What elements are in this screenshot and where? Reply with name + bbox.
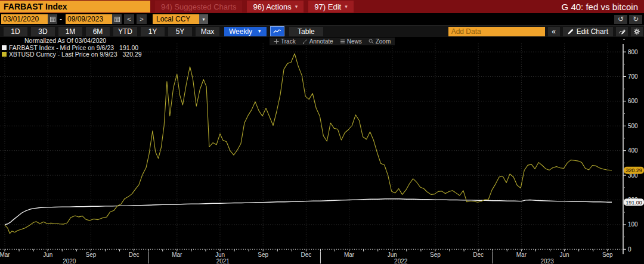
svg-text:2021: 2021	[216, 258, 230, 264]
legend-value: 320.29	[123, 51, 142, 58]
news-list-icon	[340, 39, 345, 44]
chart-area: Normalized As Of 03/04/2020 FARBAST Inde…	[0, 37, 644, 264]
chart-canvas[interactable]: MarJunSepDecMarJunSepDecMarJunSepDecMarJ…	[0, 37, 644, 264]
svg-text:Mar: Mar	[172, 251, 182, 258]
undo-button[interactable]: ↺	[614, 15, 627, 24]
svg-text:320.29: 320.29	[626, 167, 642, 173]
settings-button[interactable]	[631, 27, 643, 36]
chart-pencil-icon	[618, 28, 626, 35]
date-from-field	[1, 14, 57, 24]
date-row: - < > Local CCY ▾ ↺ ↻	[0, 13, 644, 25]
svg-text:2022: 2022	[394, 258, 408, 264]
chart-tool-label: Annotate	[309, 38, 333, 45]
toolbar-right-group: « Edit Chart	[448, 27, 644, 36]
svg-text:2023: 2023	[541, 258, 555, 264]
period-select[interactable]: Weekly ▼	[224, 27, 267, 36]
chart-title: G 40: fed vs bitcoin	[562, 2, 644, 12]
svg-text:600: 600	[628, 98, 638, 104]
legend-label: XBTUSD Curncy - Last Price on 9/9/23	[9, 51, 117, 58]
svg-text:Sep: Sep	[258, 251, 268, 258]
menu-suggested-charts[interactable]: 94) Suggested Charts	[155, 1, 242, 13]
chart-tool-annotate[interactable]: Annotate	[302, 38, 333, 45]
menu-actions-label: 96) Actions	[253, 2, 291, 11]
chevron-down-icon: ▼	[257, 27, 262, 36]
prev-period-button[interactable]: <	[124, 14, 134, 24]
gear-icon	[633, 28, 640, 35]
ticker-input[interactable]	[0, 1, 150, 13]
title-bar: 94) Suggested Charts 96) Actions ▾ 97) E…	[0, 0, 644, 13]
chart-tool-label: Zoom	[376, 38, 391, 45]
legend-item-1[interactable]: XBTUSD Curncy - Last Price on 9/9/23320.…	[2, 51, 142, 58]
svg-text:400: 400	[628, 147, 638, 154]
chart-type-button[interactable]	[270, 26, 284, 36]
menu-edit-label: 97) Edit	[314, 2, 341, 11]
date-range-separator: -	[60, 15, 62, 23]
chart-hover-toolbar: TrackAnnotateNewsZoom	[270, 38, 395, 45]
date-from-input[interactable]	[1, 14, 48, 24]
next-period-button[interactable]: >	[137, 14, 147, 24]
chart-tool-track[interactable]: Track	[274, 38, 296, 45]
svg-text:100: 100	[628, 221, 638, 228]
legend-swatch	[2, 45, 7, 50]
svg-text:Dec: Dec	[301, 251, 311, 258]
crosshair-icon	[274, 39, 279, 44]
edit-chart-label: Edit Chart	[577, 27, 608, 36]
chevron-down-icon: ▾	[295, 4, 298, 10]
calendar-icon[interactable]	[112, 14, 122, 24]
menu-suggested-charts-label: 94) Suggested Charts	[161, 2, 236, 11]
line-chart-icon	[273, 29, 281, 34]
calendar-icon[interactable]	[48, 14, 57, 24]
range-button-1d[interactable]: 1D	[4, 27, 27, 36]
redo-button[interactable]: ↻	[629, 15, 642, 24]
svg-text:Mar: Mar	[516, 251, 527, 258]
chart-toolbar: 1D3D1M6MYTD1Y5YMax Weekly ▼ Table « Edit…	[0, 25, 644, 37]
bloomberg-chart-window: 94) Suggested Charts 96) Actions ▾ 97) E…	[0, 0, 644, 264]
pencil-icon	[302, 39, 308, 44]
menu-actions[interactable]: 96) Actions ▾	[247, 1, 304, 13]
range-button-max[interactable]: Max	[196, 27, 219, 36]
svg-text:500: 500	[628, 123, 638, 129]
chart-tool-zoom[interactable]: Zoom	[369, 38, 391, 45]
svg-text:Dec: Dec	[473, 251, 484, 258]
range-button-1m[interactable]: 1M	[58, 27, 82, 36]
edit-chart-button[interactable]: Edit Chart	[563, 27, 613, 36]
range-button-3d[interactable]: 3D	[31, 27, 55, 36]
svg-text:Jun: Jun	[560, 251, 569, 258]
svg-text:191.00: 191.00	[626, 200, 642, 206]
chart-tool-label: News	[347, 38, 362, 45]
range-button-6m[interactable]: 6M	[86, 27, 110, 36]
range-button-ytd[interactable]: YTD	[113, 27, 137, 36]
add-data-input[interactable]	[448, 27, 545, 36]
svg-text:2020: 2020	[63, 258, 76, 264]
legend-label: FARBAST Index - Mid Price on 9/6/23	[9, 45, 114, 51]
currency-select[interactable]: Local CCY ▾	[153, 14, 208, 24]
table-button[interactable]: Table	[289, 27, 323, 36]
period-value: Weekly	[229, 27, 252, 36]
pencil-icon	[568, 29, 574, 35]
svg-text:Jun: Jun	[43, 251, 52, 258]
chart-legend: Normalized As Of 03/04/2020 FARBAST Inde…	[2, 38, 142, 58]
annotate-chart-button[interactable]	[616, 27, 628, 36]
svg-text:800: 800	[628, 49, 638, 55]
svg-text:Sep: Sep	[430, 251, 441, 258]
collapse-panel-button[interactable]: «	[548, 27, 560, 36]
svg-text:Jun: Jun	[388, 251, 397, 258]
range-button-5y[interactable]: 5Y	[168, 27, 192, 36]
menu-edit[interactable]: 97) Edit ▾	[308, 1, 353, 13]
magnifier-icon	[369, 39, 374, 44]
chart-tool-label: Track	[281, 38, 296, 45]
currency-value: Local CCY	[153, 14, 199, 24]
svg-text:700: 700	[628, 73, 638, 80]
svg-text:Dec: Dec	[129, 251, 140, 258]
range-button-1y[interactable]: 1Y	[141, 27, 165, 36]
legend-item-0[interactable]: FARBAST Index - Mid Price on 9/6/23191.0…	[2, 45, 142, 51]
svg-text:Sep: Sep	[85, 251, 96, 258]
legend-value: 191.00	[119, 45, 138, 51]
svg-text:Mar: Mar	[0, 251, 10, 258]
svg-text:Jun: Jun	[215, 251, 225, 258]
date-to-input[interactable]	[66, 14, 112, 24]
svg-text:Sep: Sep	[602, 251, 613, 258]
normalized-note: Normalized As Of 03/04/2020	[24, 38, 142, 44]
svg-text:0: 0	[628, 246, 631, 253]
chart-tool-news[interactable]: News	[340, 38, 362, 45]
